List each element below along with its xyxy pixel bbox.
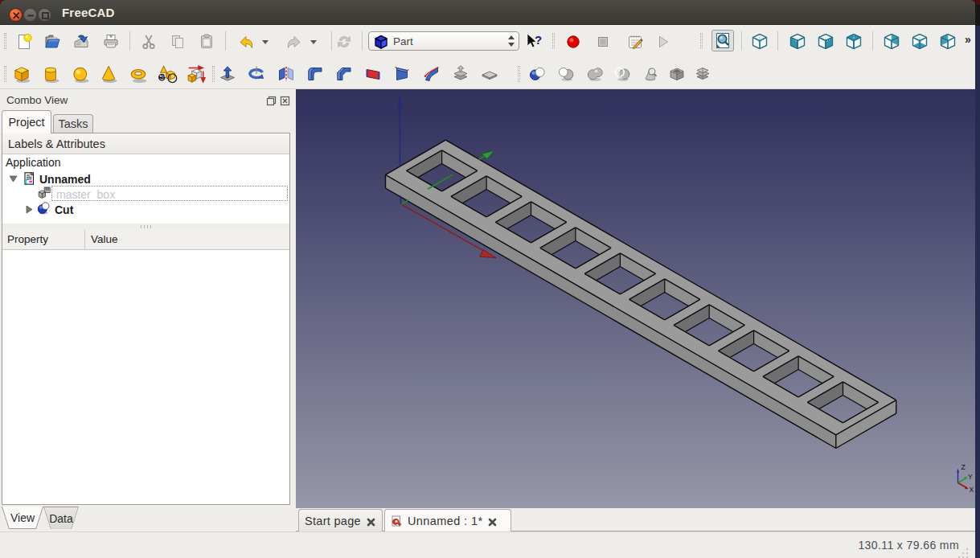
svg-text:X: X: [970, 486, 974, 494]
svg-text:Z: Z: [962, 463, 966, 471]
svg-text:?: ?: [535, 33, 542, 47]
svg-text:Y: Y: [968, 473, 973, 481]
